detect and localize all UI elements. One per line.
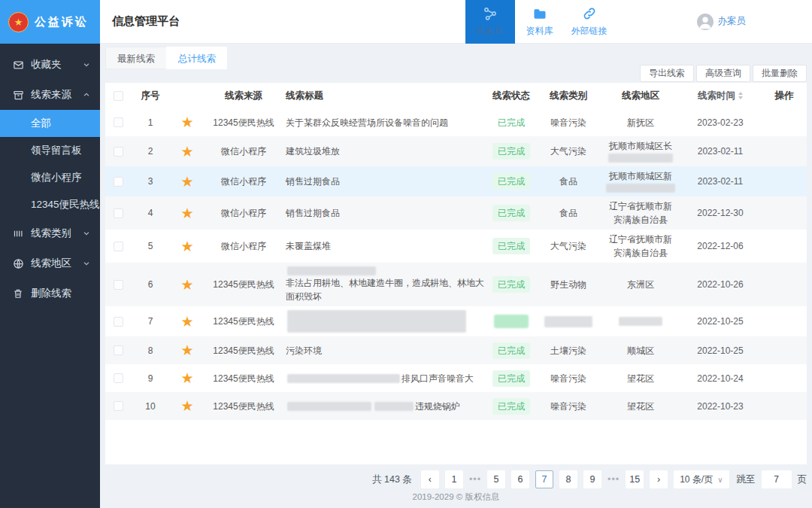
export-clues-button[interactable]: 导出线索 [640, 65, 694, 82]
select-all-checkbox[interactable] [114, 91, 123, 101]
row-number: 1 [131, 113, 170, 132]
pagination-page-15[interactable]: 15 [626, 470, 644, 488]
table-row[interactable]: 8★12345便民热线污染环境已完成土壤污染顺城区2022-10-25 [105, 336, 807, 364]
pagination-page-5[interactable]: 5 [487, 470, 505, 488]
star-icon[interactable]: ★ [180, 278, 193, 292]
row-checkbox[interactable] [114, 177, 123, 187]
pagination-page-8[interactable]: 8 [559, 470, 577, 488]
column-header-source: 线索来源 [205, 86, 283, 106]
table-row[interactable]: 2★微信小程序建筑垃圾堆放已完成大气污染抚顺市顺城区长2023-02-11 [105, 136, 807, 166]
clue-region-line: 新抚区 [627, 116, 654, 129]
star-icon[interactable]: ★ [180, 371, 193, 385]
sidebar-item-wechat-miniprogram[interactable]: 微信小程序 [0, 164, 100, 191]
pagination-page-1[interactable]: 1 [445, 470, 463, 488]
sidebar-item-clue-source[interactable]: 线索来源 [0, 80, 100, 110]
pagination-page-7[interactable]: 7 [535, 470, 553, 488]
table-row[interactable]: 5★微信小程序未覆盖煤堆已完成大气污染辽宁省抚顺市新宾满族自治县2022-12-… [105, 230, 807, 263]
row-checkbox[interactable] [114, 280, 123, 290]
page-size-select[interactable]: 10 条/页 ∨ [674, 470, 729, 488]
clue-status: 已完成 [488, 170, 535, 193]
sidebar-item-all[interactable]: 全部 [0, 110, 100, 137]
star-icon[interactable]: ★ [180, 343, 193, 357]
redacted-content [287, 266, 376, 275]
clue-region: 抚顺市顺城区长 [602, 136, 679, 166]
row-checkbox[interactable] [114, 117, 123, 127]
clue-category: 噪音污染 [535, 113, 602, 132]
sidebar-item-12345-hotline[interactable]: 12345便民热线 [0, 191, 100, 218]
star-icon[interactable]: ★ [180, 315, 193, 329]
row-checkbox[interactable] [114, 147, 123, 157]
table-row[interactable]: 7★12345便民热线2022-10-25 [105, 306, 807, 336]
national-emblem-logo: ★ [8, 12, 29, 32]
clue-source: 12345便民热线 [205, 341, 283, 360]
batch-delete-button[interactable]: 批量删除 [753, 65, 807, 82]
clue-category: 噪音污染 [535, 369, 602, 388]
user-name: 办案员 [718, 15, 747, 28]
star-icon[interactable]: ★ [180, 175, 193, 189]
table-row[interactable]: 10★12345便民热线违规烧锅炉已完成噪音污染望花区2022-10-23 [105, 392, 807, 420]
clue-region: 抚顺市顺城区新 [602, 166, 679, 196]
row-checkbox[interactable] [114, 242, 123, 251]
sidebar-item-clue-category[interactable]: 线索类别 [0, 218, 100, 248]
table-row[interactable]: 3★微信小程序销售过期食品已完成食品抚顺市顺城区新2023-02-11 [105, 166, 807, 196]
clue-time: 2022-10-26 [679, 275, 762, 294]
star-icon[interactable]: ★ [180, 144, 193, 159]
column-header-title: 线索标题 [283, 86, 488, 106]
share-node-icon [483, 6, 498, 21]
select-all-cell [105, 88, 131, 104]
row-number: 5 [131, 236, 170, 256]
row-checkbox[interactable] [114, 345, 123, 355]
redacted-content [544, 316, 592, 327]
topnav-data-library[interactable]: 资料库 [515, 0, 565, 44]
star-icon[interactable]: ★ [180, 115, 193, 129]
row-checkbox[interactable] [114, 373, 123, 383]
pagination-next-button[interactable]: › [650, 470, 668, 488]
folder-icon [532, 6, 547, 21]
topnav-label: 外部链接 [571, 25, 607, 38]
pagination-page-6[interactable]: 6 [511, 470, 529, 488]
clue-time: 2023-02-11 [679, 172, 762, 191]
topnav-clue-library[interactable]: 线索库 [465, 0, 515, 44]
tab-total-clues[interactable]: 总计线索 [166, 47, 227, 69]
pagination: 共 143 条 ‹1•••56789•••15› 10 条/页 ∨ 跳至 页 [372, 470, 807, 488]
star-icon[interactable]: ★ [180, 206, 193, 221]
user-menu[interactable]: 办案员 [697, 14, 747, 30]
clue-title-text: 销售过期食品 [286, 206, 340, 220]
table-row[interactable]: 1★12345便民热线关于某群众反映经营场所设备噪音的问题已完成噪音污染新抚区2… [105, 108, 807, 136]
sort-caret-icon[interactable] [738, 92, 743, 99]
advanced-query-button[interactable]: 高级查询 [696, 65, 750, 82]
sidebar-menu: 收藏夹线索来源全部领导留言板微信小程序12345便民热线线索类别线索地区删除线索 [0, 44, 100, 309]
column-header-no: 序号 [131, 86, 170, 106]
sidebar-item-delete-clues[interactable]: 删除线索 [0, 278, 100, 309]
sidebar-item-favorites[interactable]: 收藏夹 [0, 50, 100, 80]
clue-region: 顺城区 [602, 341, 679, 360]
topnav-external-links[interactable]: 外部链接 [565, 0, 614, 44]
clue-title-text: 污染环境 [286, 344, 322, 357]
status-badge: 已完成 [492, 238, 530, 254]
sidebar-item-leader-message-board[interactable]: 领导留言板 [0, 137, 100, 164]
clue-region: 望花区 [602, 369, 679, 388]
redacted-content [287, 310, 466, 333]
pagination-prev-button[interactable]: ‹ [421, 470, 439, 488]
table-row[interactable]: 9★12345便民热线排风口声音噪音大已完成噪音污染望花区2022-10-24 [105, 364, 807, 392]
star-icon[interactable]: ★ [180, 239, 193, 254]
topnav: 线索库资料库外部链接 [465, 0, 614, 44]
clue-status: 已完成 [488, 367, 535, 390]
clue-source: 微信小程序 [205, 203, 283, 223]
row-checkbox[interactable] [114, 208, 123, 218]
clue-category: 食品 [535, 203, 602, 223]
jump-page-input[interactable] [762, 470, 792, 488]
clue-category: 噪音污染 [535, 397, 602, 416]
column-header-time[interactable]: 线索时间 [679, 86, 762, 106]
clue-status: 已完成 [488, 395, 535, 418]
pagination-page-9[interactable]: 9 [583, 470, 601, 488]
row-checkbox[interactable] [114, 401, 123, 411]
table-row[interactable]: 4★微信小程序销售过期食品已完成食品辽宁省抚顺市新宾满族自治县2022-12-3… [105, 196, 807, 230]
star-icon[interactable]: ★ [180, 399, 193, 413]
tab-latest-clues[interactable]: 最新线索 [105, 47, 166, 69]
topnav-label: 资料库 [526, 25, 553, 38]
sidebar-item-clue-region[interactable]: 线索地区 [0, 248, 100, 278]
row-checkbox[interactable] [114, 317, 123, 327]
clue-title-text: 排风口声音噪音大 [401, 372, 474, 385]
table-row[interactable]: 6★12345便民热线非法占用耕地、林地建造牛圈，造成耕地、林地大面积毁坏已完成… [105, 263, 807, 306]
